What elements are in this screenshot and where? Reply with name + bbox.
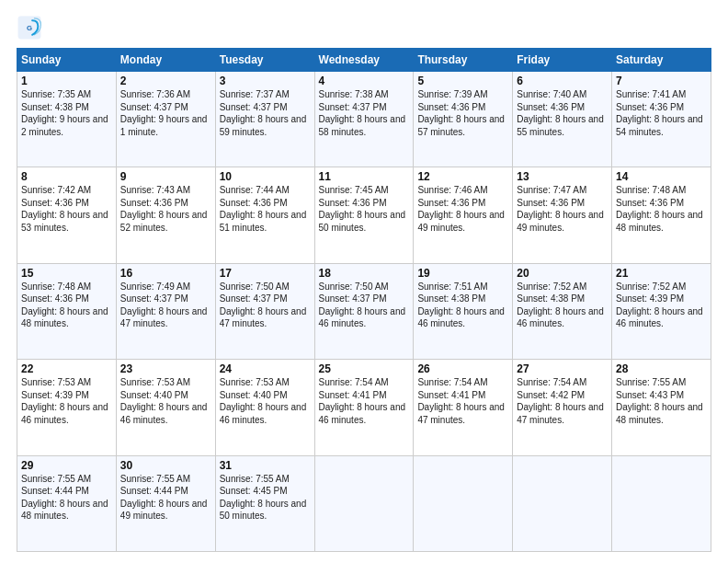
day-number: 28 [616, 362, 707, 375]
weekday-header: Thursday [414, 49, 513, 72]
calendar-week-row: 8 Sunrise: 7:42 AM Sunset: 4:36 PM Dayli… [17, 167, 711, 263]
day-info: Sunrise: 7:37 AM Sunset: 4:37 PM Dayligh… [220, 88, 311, 138]
day-info: Sunrise: 7:53 AM Sunset: 4:40 PM Dayligh… [120, 376, 211, 426]
calendar-cell [513, 455, 612, 551]
calendar-cell: 29 Sunrise: 7:55 AM Sunset: 4:44 PM Dayl… [17, 455, 117, 551]
day-info: Sunrise: 7:40 AM Sunset: 4:36 PM Dayligh… [517, 88, 608, 138]
day-number: 23 [120, 362, 211, 375]
calendar-cell: 5 Sunrise: 7:39 AM Sunset: 4:36 PM Dayli… [414, 72, 513, 167]
day-info: Sunrise: 7:54 AM Sunset: 4:41 PM Dayligh… [319, 376, 410, 426]
day-number: 3 [220, 75, 311, 87]
day-number: 27 [517, 362, 608, 375]
day-number: 24 [220, 362, 311, 375]
day-number: 18 [319, 267, 410, 280]
day-number: 19 [417, 267, 508, 280]
day-info: Sunrise: 7:55 AM Sunset: 4:44 PM Dayligh… [120, 473, 211, 523]
day-number: 13 [517, 170, 608, 183]
day-number: 20 [517, 267, 608, 280]
calendar-cell: 16 Sunrise: 7:49 AM Sunset: 4:37 PM Dayl… [116, 263, 215, 359]
calendar-cell: 14 Sunrise: 7:48 AM Sunset: 4:36 PM Dayl… [612, 167, 711, 263]
day-number: 15 [21, 267, 112, 280]
day-info: Sunrise: 7:36 AM Sunset: 4:37 PM Dayligh… [120, 88, 211, 138]
day-info: Sunrise: 7:38 AM Sunset: 4:37 PM Dayligh… [319, 88, 410, 138]
day-info: Sunrise: 7:46 AM Sunset: 4:36 PM Dayligh… [417, 184, 508, 234]
svg-text:G: G [27, 24, 32, 32]
day-info: Sunrise: 7:52 AM Sunset: 4:38 PM Dayligh… [517, 281, 608, 330]
weekday-header: Friday [513, 49, 612, 72]
weekday-header: Saturday [612, 49, 711, 72]
calendar-cell: 10 Sunrise: 7:44 AM Sunset: 4:36 PM Dayl… [215, 167, 314, 263]
day-info: Sunrise: 7:54 AM Sunset: 4:42 PM Dayligh… [517, 376, 608, 426]
calendar-cell: 18 Sunrise: 7:50 AM Sunset: 4:37 PM Dayl… [314, 263, 414, 359]
day-number: 16 [120, 267, 211, 280]
calendar-week-row: 1 Sunrise: 7:35 AM Sunset: 4:38 PM Dayli… [17, 72, 711, 167]
day-info: Sunrise: 7:44 AM Sunset: 4:36 PM Dayligh… [220, 184, 311, 234]
calendar-table: SundayMondayTuesdayWednesdayThursdayFrid… [17, 48, 711, 552]
logo: G [17, 15, 46, 40]
calendar-week-row: 29 Sunrise: 7:55 AM Sunset: 4:44 PM Dayl… [17, 455, 711, 551]
day-number: 5 [417, 75, 508, 87]
day-number: 17 [220, 267, 311, 280]
weekday-header-row: SundayMondayTuesdayWednesdayThursdayFrid… [17, 49, 711, 72]
day-info: Sunrise: 7:55 AM Sunset: 4:43 PM Dayligh… [616, 376, 707, 426]
day-info: Sunrise: 7:53 AM Sunset: 4:39 PM Dayligh… [21, 376, 112, 426]
calendar-cell: 19 Sunrise: 7:51 AM Sunset: 4:38 PM Dayl… [414, 263, 513, 359]
calendar-cell: 13 Sunrise: 7:47 AM Sunset: 4:36 PM Dayl… [513, 167, 612, 263]
calendar-cell: 21 Sunrise: 7:52 AM Sunset: 4:39 PM Dayl… [612, 263, 711, 359]
calendar-cell: 8 Sunrise: 7:42 AM Sunset: 4:36 PM Dayli… [17, 167, 117, 263]
calendar-cell: 12 Sunrise: 7:46 AM Sunset: 4:36 PM Dayl… [414, 167, 513, 263]
day-number: 1 [21, 75, 112, 87]
day-info: Sunrise: 7:39 AM Sunset: 4:36 PM Dayligh… [417, 88, 508, 138]
day-number: 21 [616, 267, 707, 280]
calendar-cell: 17 Sunrise: 7:50 AM Sunset: 4:37 PM Dayl… [215, 263, 314, 359]
calendar-cell [414, 455, 513, 551]
logo-icon: G [17, 15, 42, 40]
day-number: 25 [319, 362, 410, 375]
day-number: 12 [417, 170, 508, 183]
day-info: Sunrise: 7:42 AM Sunset: 4:36 PM Dayligh… [21, 184, 112, 234]
day-number: 26 [417, 362, 508, 375]
day-info: Sunrise: 7:49 AM Sunset: 4:37 PM Dayligh… [120, 281, 211, 330]
day-number: 8 [21, 170, 112, 183]
day-number: 7 [616, 75, 707, 87]
day-info: Sunrise: 7:50 AM Sunset: 4:37 PM Dayligh… [220, 281, 311, 330]
calendar-cell: 6 Sunrise: 7:40 AM Sunset: 4:36 PM Dayli… [513, 72, 612, 167]
day-number: 29 [21, 459, 112, 472]
day-info: Sunrise: 7:50 AM Sunset: 4:37 PM Dayligh… [319, 281, 410, 330]
calendar-cell: 28 Sunrise: 7:55 AM Sunset: 4:43 PM Dayl… [612, 360, 711, 455]
day-info: Sunrise: 7:55 AM Sunset: 4:45 PM Dayligh… [220, 473, 311, 523]
day-info: Sunrise: 7:43 AM Sunset: 4:36 PM Dayligh… [120, 184, 211, 234]
day-info: Sunrise: 7:47 AM Sunset: 4:36 PM Dayligh… [517, 184, 608, 234]
calendar-cell: 7 Sunrise: 7:41 AM Sunset: 4:36 PM Dayli… [612, 72, 711, 167]
calendar-cell: 15 Sunrise: 7:48 AM Sunset: 4:36 PM Dayl… [17, 263, 117, 359]
calendar-cell: 23 Sunrise: 7:53 AM Sunset: 4:40 PM Dayl… [116, 360, 215, 455]
calendar-cell [314, 455, 414, 551]
calendar-cell: 2 Sunrise: 7:36 AM Sunset: 4:37 PM Dayli… [116, 72, 215, 167]
weekday-header: Tuesday [215, 49, 314, 72]
day-info: Sunrise: 7:51 AM Sunset: 4:38 PM Dayligh… [417, 281, 508, 330]
day-info: Sunrise: 7:52 AM Sunset: 4:39 PM Dayligh… [616, 281, 707, 330]
day-number: 2 [120, 75, 211, 87]
calendar-cell: 9 Sunrise: 7:43 AM Sunset: 4:36 PM Dayli… [116, 167, 215, 263]
day-number: 9 [120, 170, 211, 183]
day-info: Sunrise: 7:48 AM Sunset: 4:36 PM Dayligh… [616, 184, 707, 234]
calendar-cell: 24 Sunrise: 7:53 AM Sunset: 4:40 PM Dayl… [215, 360, 314, 455]
weekday-header: Sunday [17, 49, 117, 72]
calendar-cell: 30 Sunrise: 7:55 AM Sunset: 4:44 PM Dayl… [116, 455, 215, 551]
day-number: 11 [319, 170, 410, 183]
calendar-cell: 22 Sunrise: 7:53 AM Sunset: 4:39 PM Dayl… [17, 360, 117, 455]
calendar-cell: 1 Sunrise: 7:35 AM Sunset: 4:38 PM Dayli… [17, 72, 117, 167]
day-info: Sunrise: 7:45 AM Sunset: 4:36 PM Dayligh… [319, 184, 410, 234]
day-number: 14 [616, 170, 707, 183]
calendar-cell: 3 Sunrise: 7:37 AM Sunset: 4:37 PM Dayli… [215, 72, 314, 167]
calendar-cell: 26 Sunrise: 7:54 AM Sunset: 4:41 PM Dayl… [414, 360, 513, 455]
day-info: Sunrise: 7:53 AM Sunset: 4:40 PM Dayligh… [220, 376, 311, 426]
calendar-cell: 31 Sunrise: 7:55 AM Sunset: 4:45 PM Dayl… [215, 455, 314, 551]
header: G [17, 15, 711, 40]
day-info: Sunrise: 7:48 AM Sunset: 4:36 PM Dayligh… [21, 281, 112, 330]
calendar-cell: 27 Sunrise: 7:54 AM Sunset: 4:42 PM Dayl… [513, 360, 612, 455]
day-number: 4 [319, 75, 410, 87]
day-info: Sunrise: 7:55 AM Sunset: 4:44 PM Dayligh… [21, 473, 112, 523]
day-number: 10 [220, 170, 311, 183]
calendar-cell: 25 Sunrise: 7:54 AM Sunset: 4:41 PM Dayl… [314, 360, 414, 455]
